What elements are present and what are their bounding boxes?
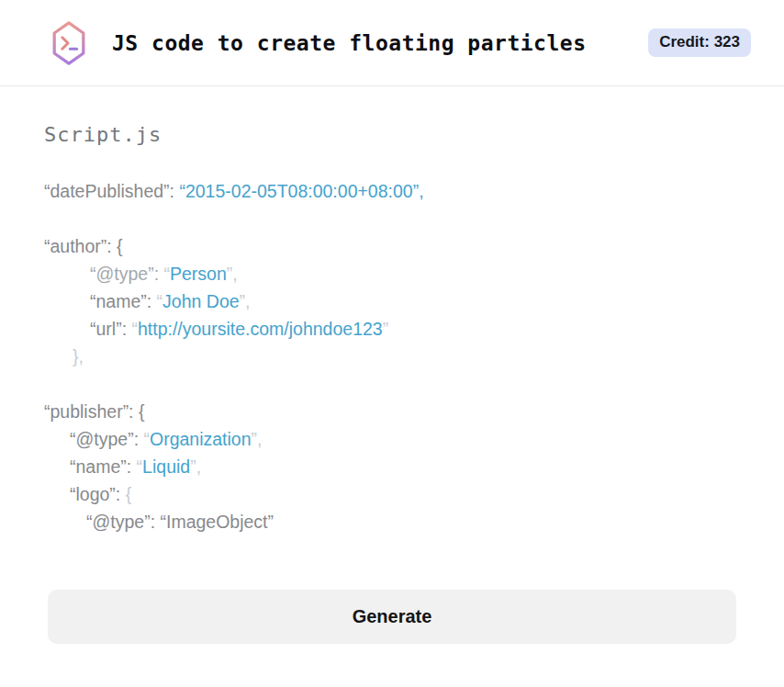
code-token: “author”: { [44,236,123,256]
code-token: ”, [252,429,263,449]
code-token: “logo”: [70,484,126,504]
code-line: “datePublished”: “2015-02-05T08:00:00+08… [44,177,740,205]
code-token: “name”: [90,291,157,311]
code-line: “logo”: { [44,480,740,508]
code-token: “url”: [90,319,132,339]
app-window: JS code to create floating particles Cre… [0,0,784,687]
code-token: “datePublished”: [44,181,179,201]
code-line: “name”: “John Doe”, [44,287,740,315]
code-token: “@type”: [70,429,143,449]
generate-button[interactable]: Generate [48,590,736,644]
code-line: “@type”: “Person”, [44,260,740,287]
code-token: { [126,484,132,504]
code-line [44,370,740,398]
code-token: “name”: [70,456,137,477]
prompt-title: JS code to create floating particles [112,31,587,55]
code-block: “datePublished”: “2015-02-05T08:00:00+08… [44,177,740,535]
code-line: }, [44,343,740,370]
code-token: }, [73,346,84,366]
code-token: John Doe [162,291,239,311]
code-token: Liquid [142,456,190,477]
app-header: JS code to create floating particles Cre… [0,0,784,86]
code-token: “2015-02-05T08:00:00+08:00”, [179,181,423,201]
code-line: “@type”: “ImageObject” [44,508,740,535]
code-token: ” [383,319,389,339]
code-line: “publisher”: { [44,398,740,425]
code-line: “url”: “http://yoursite.com/johndoe123” [44,315,740,343]
code-token: ”, [190,456,201,477]
code-line [44,205,740,232]
code-panel: Script.js “datePublished”: “2015-02-05T0… [0,123,784,535]
code-token: ”, [240,291,251,311]
code-token: Organization [150,429,252,449]
code-token: “@type”: “ImageObject” [86,512,274,532]
code-line: “author”: { [44,232,740,260]
code-token: “publisher”: { [44,401,144,422]
code-line: “name”: “Liquid”, [44,453,740,480]
code-token: ”, [227,264,238,284]
code-line: “@type”: “Organization”, [44,425,740,453]
code-token: http://yoursite.com/johndoe123 [138,319,383,339]
code-token: “@type”: [90,264,163,284]
code-token: Person [170,264,227,284]
terminal-prompt-hexagon-icon [48,17,90,70]
filename-heading: Script.js [44,123,740,146]
credit-badge: Credit: 323 [648,28,751,57]
